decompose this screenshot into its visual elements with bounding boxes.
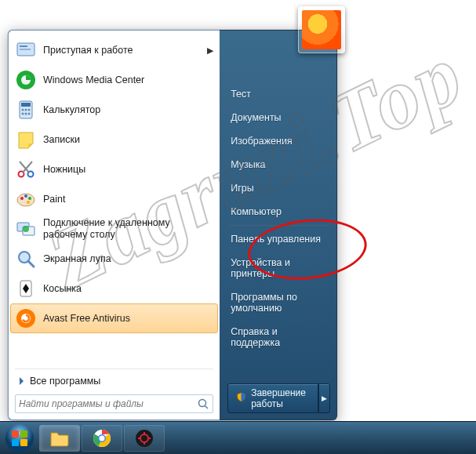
program-item-calculator[interactable]: Калькулятор [10,95,218,125]
media-center-icon [15,69,37,91]
svg-rect-30 [20,430,27,438]
separator [15,369,213,369]
right-item-games[interactable]: Игры [227,176,330,200]
program-item-sticky-notes[interactable]: Записки [10,125,218,154]
program-label: Косынка [43,283,213,295]
program-label: Paint [43,194,213,205]
right-item-pictures[interactable]: Изображения [227,129,330,153]
right-item-devices[interactable]: Устройства и принтеры [227,251,330,285]
svg-rect-2 [20,49,31,50]
gear-app-icon [135,429,154,448]
user-avatar-icon [302,10,341,49]
program-item-solitaire[interactable]: Косынка [10,274,218,303]
right-item-control-panel[interactable]: Панель управления [227,227,330,251]
svg-point-19 [27,201,30,204]
svg-point-12 [28,113,31,115]
svg-point-16 [20,197,24,200]
right-item-help[interactable]: Справка и поддержка [227,320,330,354]
start-button[interactable] [2,422,38,455]
chrome-icon [93,429,111,448]
program-item-paint[interactable]: Paint [10,184,218,214]
program-item-avast[interactable]: Avast Free Antivirus [10,303,218,333]
user-picture[interactable] [298,6,345,53]
right-item-default-programs[interactable]: Программы по умолчанию [227,285,330,320]
paint-icon [15,188,37,210]
svg-point-27 [199,400,206,407]
svg-point-28 [5,424,34,452]
program-label: Подключение к удаленному рабочему столу [43,217,213,241]
program-list: Приступая к работе ▶ Windows Media Cente… [10,35,218,367]
program-item-wmc[interactable]: Windows Media Center [10,65,218,95]
separator [227,225,330,226]
taskbar [0,421,476,454]
right-item-user[interactable]: Тест [227,82,330,106]
taskbar-item-chrome[interactable] [82,425,122,452]
program-item-magnifier[interactable]: Экранная лупа [10,244,218,274]
triangle-icon [20,377,24,385]
right-item-documents[interactable]: Документы [227,106,330,129]
svg-point-11 [25,113,27,115]
svg-point-35 [100,435,105,441]
svg-point-18 [28,197,31,200]
start-menu-left-panel: Приступая к работе ▶ Windows Media Cente… [8,30,220,420]
program-label: Записки [43,134,213,146]
all-programs-button[interactable]: Все программы [10,371,218,391]
magnifier-icon [15,248,37,270]
svg-point-7 [22,109,24,111]
taskbar-item-explorer[interactable] [39,425,80,452]
submenu-arrow-icon: ▶ [207,45,213,56]
scissors-icon [15,158,37,180]
program-label: Ножницы [43,164,213,176]
shutdown-label: Завершение работы [251,387,310,409]
taskbar-item-app[interactable] [124,425,165,452]
search-icon [197,398,209,410]
program-label: Экранная лупа [43,253,213,265]
sticky-notes-icon [15,129,37,151]
svg-point-17 [24,194,27,198]
getting-started-icon [15,39,37,61]
program-item-rdp[interactable]: Подключение к удаленному рабочему столу [10,214,218,244]
remote-desktop-icon [15,218,37,240]
program-label: Приступая к работе [43,45,201,56]
start-menu-right-panel: Тест Документы Изображения Музыка Игры К… [220,30,337,420]
svg-rect-1 [20,45,27,47]
svg-rect-31 [12,439,19,446]
shield-icon [236,392,246,405]
svg-point-10 [22,113,24,115]
shutdown-group: Завершение работы ▶ [227,383,330,413]
search-box[interactable] [15,394,213,413]
program-item-getting-started[interactable]: Приступая к работе ▶ [10,35,218,65]
right-item-computer[interactable]: Компьютер [227,200,330,223]
svg-rect-32 [20,439,27,446]
svg-point-22 [23,226,29,232]
all-programs-label: Все программы [30,376,100,387]
svg-rect-29 [12,430,19,438]
folder-icon [49,430,70,447]
shutdown-options-button[interactable]: ▶ [318,383,330,413]
search-input[interactable] [19,398,197,409]
calculator-icon [15,99,37,121]
solitaire-icon [15,278,37,300]
shutdown-button[interactable]: Завершение работы [227,383,318,413]
program-label: Avast Free Antivirus [43,313,213,325]
svg-point-8 [25,109,27,111]
start-menu: Приступая к работе ▶ Windows Media Cente… [8,30,337,420]
right-item-music[interactable]: Музыка [227,153,330,176]
program-item-snipping-tool[interactable]: Ножницы [10,154,218,184]
svg-rect-6 [21,103,31,107]
program-label: Windows Media Center [43,74,213,86]
program-label: Калькулятор [43,104,213,116]
svg-point-9 [28,109,31,111]
avast-icon [15,307,37,329]
